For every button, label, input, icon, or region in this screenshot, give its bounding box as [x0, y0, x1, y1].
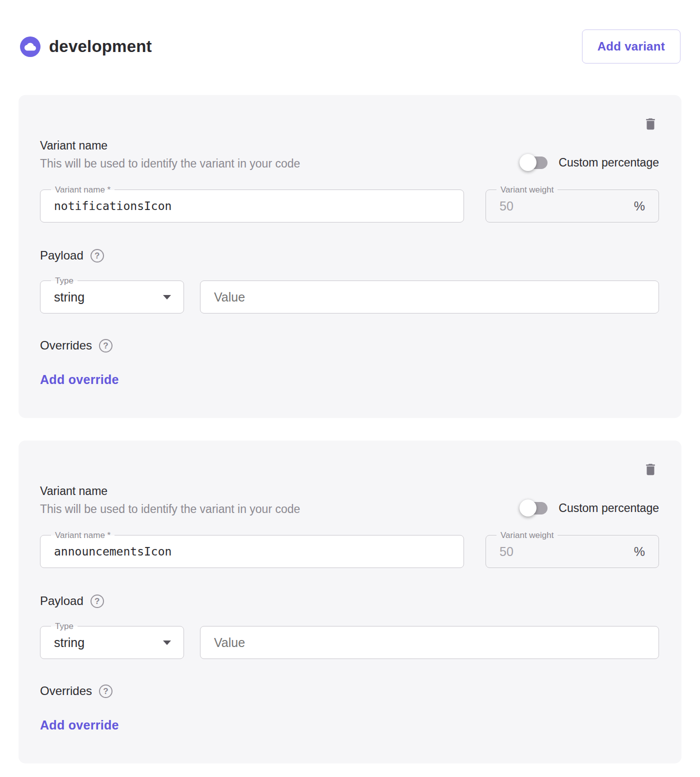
custom-percentage-toggle[interactable]: [522, 156, 548, 170]
payload-header-row: Payload ?: [40, 594, 659, 608]
environment-brand: development: [20, 36, 152, 57]
variant-name-field: Variant name *: [40, 190, 464, 222]
variant-name-description: This will be used to identify the varian…: [40, 157, 300, 170]
percent-suffix: %: [634, 199, 658, 214]
overrides-help-icon[interactable]: ?: [99, 684, 112, 698]
variant-name-field-label: Variant name *: [51, 185, 114, 195]
variant-name-heading: Variant name: [40, 139, 300, 152]
payload-type-label: Type: [51, 622, 78, 632]
custom-percentage-label: Custom percentage: [558, 502, 659, 515]
payload-type-label: Type: [51, 276, 78, 286]
variant-weight-field: Variant weight %: [486, 190, 659, 222]
variant-weight-input[interactable]: [486, 544, 596, 559]
variant-head-row: Variant name This will be used to identi…: [40, 484, 659, 516]
variant-name-heading: Variant name: [40, 484, 300, 498]
variant-name-input[interactable]: [40, 545, 464, 558]
payload-value-field: [200, 626, 659, 659]
variant-weight-field-label: Variant weight: [496, 185, 558, 195]
custom-percentage-label: Custom percentage: [558, 156, 659, 170]
delete-variant-button[interactable]: [643, 116, 658, 132]
variant-name-heading-block: Variant name This will be used to identi…: [40, 484, 300, 516]
payload-help-icon[interactable]: ?: [90, 249, 104, 262]
payload-type-select[interactable]: Type string: [40, 280, 184, 314]
variant-weight-input[interactable]: [486, 199, 596, 214]
overrides-help-icon[interactable]: ?: [99, 339, 112, 352]
payload-help-icon[interactable]: ?: [90, 594, 104, 608]
page-title: development: [49, 37, 152, 56]
variant-weight-field: Variant weight %: [486, 535, 659, 568]
payload-fields-row: Type string: [40, 280, 659, 314]
payload-value-field: [200, 280, 659, 314]
payload-fields-row: Type string: [40, 626, 659, 659]
trash-icon: [643, 116, 658, 132]
payload-type-value: string: [40, 636, 84, 650]
delete-variant-button[interactable]: [643, 462, 658, 478]
chevron-down-icon: [163, 295, 171, 300]
environment-header: development Add variant: [0, 0, 700, 65]
chevron-down-icon: [163, 640, 171, 645]
payload-type-select[interactable]: Type string: [40, 626, 184, 659]
custom-percentage-row: Custom percentage: [522, 501, 659, 516]
variant-head-row: Variant name This will be used to identi…: [40, 139, 659, 170]
variant-weight-field-label: Variant weight: [496, 530, 558, 540]
payload-header-row: Payload ?: [40, 248, 659, 262]
trash-icon: [643, 462, 658, 478]
variant-name-field: Variant name *: [40, 535, 464, 568]
percent-suffix: %: [634, 544, 658, 559]
variant-card: Variant name This will be used to identi…: [18, 95, 682, 418]
payload-type-value: string: [40, 290, 84, 304]
variant-name-heading-block: Variant name This will be used to identi…: [40, 139, 300, 170]
custom-percentage-row: Custom percentage: [522, 156, 659, 170]
custom-percentage-toggle[interactable]: [522, 501, 548, 516]
overrides-header-row: Overrides ?: [40, 338, 659, 352]
add-override-button[interactable]: Add override: [40, 718, 119, 732]
add-variant-button[interactable]: Add variant: [582, 30, 680, 64]
payload-label: Payload: [40, 594, 84, 608]
payload-value-input[interactable]: [200, 636, 658, 650]
variant-card: Variant name This will be used to identi…: [18, 440, 682, 764]
variant-name-field-label: Variant name *: [51, 530, 114, 540]
overrides-label: Overrides: [40, 338, 92, 352]
name-weight-row: Variant name * Variant weight %: [40, 535, 659, 568]
payload-value-input[interactable]: [200, 290, 658, 304]
overrides-header-row: Overrides ?: [40, 684, 659, 698]
overrides-label: Overrides: [40, 684, 92, 698]
variant-name-description: This will be used to identify the varian…: [40, 502, 300, 516]
name-weight-row: Variant name * Variant weight %: [40, 190, 659, 222]
add-override-button[interactable]: Add override: [40, 372, 119, 387]
variant-name-input[interactable]: [40, 200, 464, 212]
cloud-icon: [20, 36, 40, 57]
payload-label: Payload: [40, 248, 84, 262]
